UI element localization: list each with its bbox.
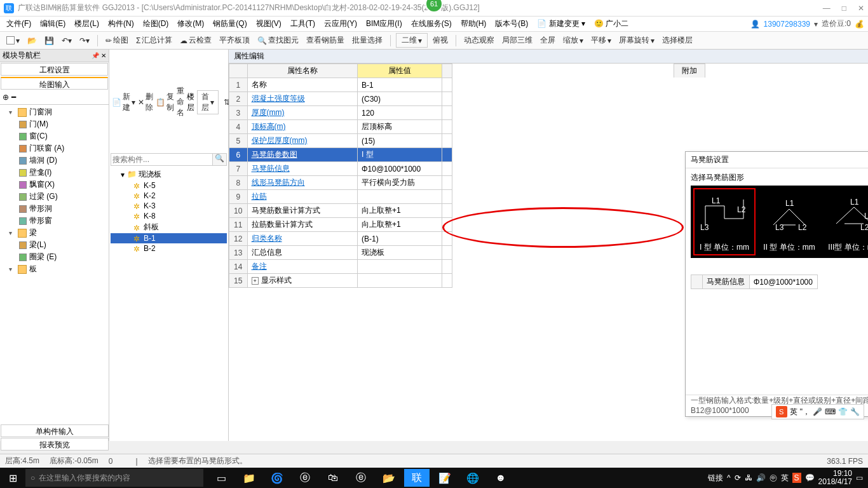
open-button[interactable]: 📂 — [25, 35, 39, 46]
menu-tools[interactable]: 工具(T) — [288, 17, 318, 30]
tray-vol-icon[interactable]: 🔊 — [756, 473, 766, 482]
property-row[interactable]: 10马凳筋数量计算方式向上取整+1 — [229, 204, 452, 218]
nav-item[interactable]: 带形窗 — [1, 215, 107, 227]
tab-draw-input[interactable]: 绘图输入 — [1, 77, 108, 90]
shape-type-1[interactable]: L3L1L2 I 型 单位：mm — [693, 188, 756, 255]
phone-number[interactable]: 13907298339 — [764, 20, 810, 29]
nav-item[interactable]: 梁(L) — [1, 239, 107, 251]
mid-item[interactable]: ✲ K-2 — [111, 191, 227, 201]
task-folder[interactable]: 📁 — [236, 469, 262, 487]
zoom-button[interactable]: 缩放▾ — [560, 34, 586, 47]
mid-item[interactable]: ✲ B-1 — [111, 233, 227, 243]
attach-tab[interactable]: 附加 — [674, 64, 705, 78]
taskbar-search[interactable]: ○ 在这里输入你要搜索的内容 — [25, 469, 203, 487]
collapse-icon[interactable]: ━ — [11, 93, 16, 102]
mid-root[interactable]: ▾ 📁 现浇板 — [111, 168, 227, 180]
property-row[interactable]: 12归类名称(B-1) — [229, 232, 452, 246]
menu-modify[interactable]: 修改(M) — [175, 17, 207, 30]
rotate-button[interactable]: 屏幕旋转▾ — [616, 34, 657, 47]
search-button[interactable]: 🔍 — [213, 153, 227, 166]
new-change-button[interactable]: 📄 新建变更 ▾ — [534, 17, 588, 30]
ime-bar[interactable]: S 英 "， 🎤 ⌨ 👕 🔧 — [771, 404, 864, 419]
nav-item[interactable]: 墙洞 (D) — [1, 154, 107, 166]
shape-type-3[interactable]: L1L3L2 III型 单位：mm — [823, 188, 868, 255]
tray-ime-icon[interactable]: ㊥ — [770, 473, 777, 484]
nav-item[interactable]: 飘窗(X) — [1, 179, 107, 191]
task-view-button[interactable]: ▭ — [208, 469, 234, 487]
tray-msg-icon[interactable]: 💬 — [805, 473, 815, 482]
menu-edit[interactable]: 编辑(E) — [37, 17, 68, 30]
tray-net-icon[interactable]: 🖧 — [745, 473, 752, 482]
pin-icon[interactable]: 📌 ✕ — [92, 52, 106, 59]
local-3d-button[interactable]: 局部三维 — [499, 34, 535, 47]
nav-item[interactable]: 门联窗 (A) — [1, 142, 107, 154]
pan-button[interactable]: 平移▾ — [588, 34, 614, 47]
menu-cloud[interactable]: 云应用(Y) — [322, 17, 360, 30]
tray-notif-icon[interactable]: ▭ — [856, 473, 863, 482]
start-button[interactable]: ⊞ — [0, 472, 25, 484]
nav-item[interactable]: 圈梁 (E) — [1, 251, 107, 263]
tray-sogou[interactable]: S — [792, 473, 801, 483]
property-row[interactable]: 14备注 — [229, 260, 452, 274]
ime-lang[interactable]: 英 — [790, 407, 797, 417]
tray-link[interactable]: 链接 — [708, 473, 723, 484]
ime-tool-icon[interactable]: 🔧 — [850, 407, 860, 416]
tray-up-icon[interactable]: ^ — [727, 473, 731, 482]
menu-help[interactable]: 帮助(H) — [458, 17, 489, 30]
dynamic-view-button[interactable]: 动态观察 — [461, 34, 497, 47]
align-top-button[interactable]: 平齐板顶 — [217, 34, 252, 47]
helper-button[interactable]: 🙂 广小二 — [592, 17, 631, 30]
draw-button[interactable]: ✏ 绘图 — [103, 34, 131, 47]
tray-clock[interactable]: 19:10 2018/4/17 — [818, 470, 852, 486]
mid-item[interactable]: ✲ K-5 — [111, 180, 227, 191]
property-row[interactable]: 15+显示样式 — [229, 274, 452, 288]
property-row[interactable]: 5保护层厚度(mm)(15) — [229, 134, 452, 148]
nav-item[interactable]: 窗(C) — [1, 130, 107, 142]
menu-draw[interactable]: 绘图(D) — [140, 17, 172, 30]
task-spin[interactable]: 🌀 — [264, 469, 290, 487]
minimize-button[interactable]: — — [823, 4, 831, 13]
redo-button[interactable]: ↷▾ — [77, 35, 92, 46]
rename-component-button[interactable]: 重命名 — [177, 86, 184, 118]
floor-select[interactable]: 首层 ▾ — [197, 90, 219, 114]
info-value[interactable]: Φ10@1000*1000 — [749, 275, 817, 289]
menu-view[interactable]: 视图(V) — [254, 17, 284, 30]
menu-bim[interactable]: BIM应用(I) — [363, 17, 405, 30]
nav-item[interactable]: 壁龛(I) — [1, 166, 107, 179]
delete-component-button[interactable]: ✕删除 — [138, 92, 153, 113]
nav-group[interactable]: ▾ 门窗洞 — [1, 106, 107, 118]
ime-skin-icon[interactable]: 👕 — [838, 407, 848, 416]
property-row[interactable]: 4顶标高(m)层顶标高 — [229, 120, 452, 134]
menu-rebar[interactable]: 钢筋量(Q) — [210, 17, 249, 30]
menu-version[interactable]: 版本号(B) — [492, 17, 531, 30]
sum-button[interactable]: Σ 汇总计算 — [133, 34, 175, 47]
property-row[interactable]: 3厚度(mm)120 — [229, 106, 452, 120]
property-row[interactable]: 9拉筋 — [229, 190, 452, 204]
menu-component[interactable]: 构件(N) — [105, 17, 137, 30]
menu-file[interactable]: 文件(F) — [4, 17, 34, 30]
shape-type-2[interactable]: L1L3L2 II 型 单位：mm — [758, 188, 820, 255]
maximize-button[interactable]: □ — [842, 4, 846, 13]
nav-group[interactable]: ▾ 板 — [1, 263, 107, 274]
view-rebar-button[interactable]: 查看钢筋量 — [304, 34, 347, 47]
tab-report-preview[interactable]: 报表预览 — [1, 438, 109, 451]
task-store[interactable]: 🛍 — [320, 469, 346, 487]
new-doc-button[interactable]: ▾ — [4, 35, 22, 46]
cloud-check-button[interactable]: ☁ 云检查 — [177, 34, 214, 47]
task-app2[interactable]: 📝 — [432, 469, 458, 487]
property-row[interactable]: 13汇总信息现浇板 — [229, 246, 452, 260]
find-element-button[interactable]: 🔍 查找图元 — [255, 34, 301, 47]
property-row[interactable]: 8线形马凳筋方向平行横向受力筋 — [229, 176, 452, 190]
save-button[interactable]: 💾 — [42, 35, 57, 46]
nav-item[interactable]: 门(M) — [1, 118, 107, 130]
mid-item[interactable]: ✲ B-2 — [111, 243, 227, 254]
search-input[interactable] — [111, 153, 213, 166]
property-row[interactable]: 7马凳筋信息Φ10@1000*1000 — [229, 162, 452, 176]
nav-item[interactable]: 过梁 (G) — [1, 191, 107, 203]
mid-item[interactable]: ✲ 斜板 — [111, 221, 227, 233]
ime-punct-icon[interactable]: "， — [800, 407, 810, 417]
select-floor-button[interactable]: 选择楼层 — [660, 34, 695, 47]
task-edge[interactable]: ⓔ — [292, 469, 318, 487]
property-row[interactable]: 11拉筋数量计算方式向上取整+1 — [229, 218, 452, 232]
menu-online[interactable]: 在线服务(S) — [409, 17, 454, 30]
